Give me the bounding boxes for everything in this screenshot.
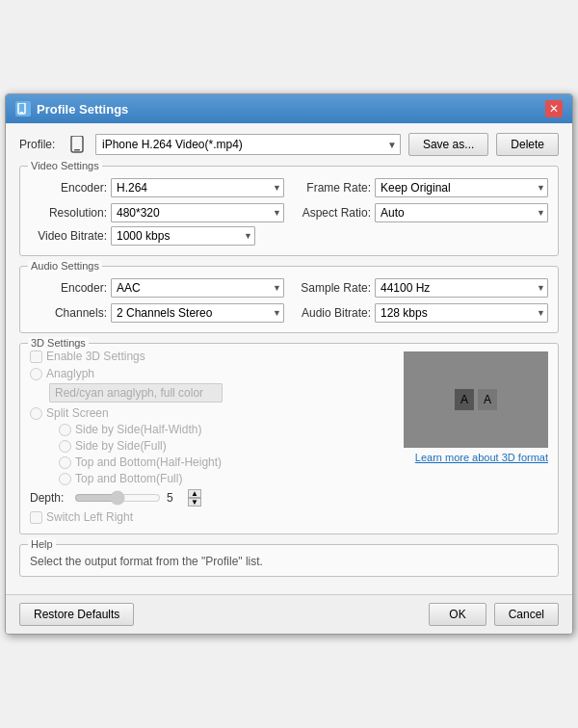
aa-preview: A A xyxy=(404,351,548,448)
top-bottom-half-label: Top and Bottom(Half-Height) xyxy=(75,455,222,469)
delete-button[interactable]: Delete xyxy=(496,133,559,156)
anaglyph-label: Anaglyph xyxy=(46,367,94,380)
channels-label: Channels: xyxy=(30,306,107,320)
svg-rect-3 xyxy=(74,149,80,151)
help-title: Help xyxy=(28,538,56,550)
frame-rate-select-wrap: Keep Original ▼ xyxy=(375,178,548,197)
resolution-select-wrap: 480*320 ▼ xyxy=(111,203,284,222)
channels-select[interactable]: 2 Channels Stereo xyxy=(111,303,284,323)
title-bar: Profile Settings ✕ xyxy=(6,94,572,123)
resolution-row: Resolution: 480*320 ▼ xyxy=(30,203,284,222)
sample-rate-label: Sample Rate: xyxy=(294,281,371,295)
audio-bitrate-row: Audio Bitrate: 128 kbps ▼ xyxy=(294,303,548,323)
profile-label: Profile: xyxy=(19,138,63,151)
top-bottom-half-radio[interactable] xyxy=(59,456,71,469)
audio-encoder-select-wrap: AAC ▼ xyxy=(111,278,284,298)
switch-lr-row: Switch Left Right xyxy=(30,510,394,524)
side-by-side-full-radio[interactable] xyxy=(59,440,71,453)
video-bitrate-row: Video Bitrate: 1000 kbps ▼ xyxy=(30,226,548,246)
side-by-side-full-row: Side by Side(Full) xyxy=(59,439,394,453)
dialog-footer: Restore Defaults OK Cancel xyxy=(6,594,572,634)
enable-3d-label: Enable 3D Settings xyxy=(46,350,145,363)
phone-icon xyxy=(70,136,84,153)
resolution-select[interactable]: 480*320 xyxy=(111,203,284,222)
frame-rate-label: Frame Rate: xyxy=(294,181,371,195)
dialog-body: Profile: iPhone H.264 Video(*.mp4) ▼ Sav… xyxy=(6,123,572,594)
close-button[interactable]: ✕ xyxy=(545,100,563,117)
side-by-side-full-label: Side by Side(Full) xyxy=(75,439,167,453)
d3-preview-panel: A A Learn more about 3D format xyxy=(404,350,548,524)
sample-rate-row: Sample Rate: 44100 Hz ▼ xyxy=(294,278,548,298)
title-bar-left: Profile Settings xyxy=(15,101,128,117)
cancel-button[interactable]: Cancel xyxy=(494,603,559,626)
switch-lr-checkbox[interactable] xyxy=(30,511,42,524)
profile-settings-dialog: Profile Settings ✕ Profile: iPhone H.264… xyxy=(5,93,573,635)
audio-settings-title: Audio Settings xyxy=(28,260,102,272)
resolution-label: Resolution: xyxy=(30,206,107,220)
audio-bitrate-label: Audio Bitrate: xyxy=(294,306,371,320)
depth-slider[interactable] xyxy=(74,490,161,506)
top-bottom-full-row: Top and Bottom(Full) xyxy=(59,472,394,485)
anaglyph-radio[interactable] xyxy=(30,368,42,380)
split-screen-radio[interactable] xyxy=(30,407,42,420)
depth-spinner: ▲ ▼ xyxy=(188,489,201,507)
video-settings-grid: Encoder: H.264 ▼ Frame Rate: Keep Origin… xyxy=(30,178,548,222)
side-by-side-half-row: Side by Side(Half-Width) xyxy=(59,423,394,436)
help-section: Help Select the output format from the "… xyxy=(19,544,559,577)
restore-defaults-button[interactable]: Restore Defaults xyxy=(19,603,134,626)
anaglyph-row: Anaglyph xyxy=(30,367,394,380)
video-bitrate-select[interactable]: 1000 kbps xyxy=(111,226,255,246)
aspect-ratio-row: Aspect Ratio: Auto ▼ xyxy=(294,203,548,222)
anaglyph-dropdown-wrap: Red/cyan anaglyph, full color xyxy=(49,383,223,403)
enable-3d-row: Enable 3D Settings xyxy=(30,350,394,363)
profile-select-wrap: iPhone H.264 Video(*.mp4) ▼ xyxy=(95,134,401,155)
save-as-button[interactable]: Save as... xyxy=(408,133,488,156)
svg-rect-1 xyxy=(20,112,23,114)
aspect-ratio-select[interactable]: Auto xyxy=(375,203,548,222)
frame-rate-row: Frame Rate: Keep Original ▼ xyxy=(294,178,548,197)
switch-lr-label: Switch Left Right xyxy=(46,510,133,524)
top-bottom-full-label: Top and Bottom(Full) xyxy=(75,472,182,485)
channels-select-wrap: 2 Channels Stereo ▼ xyxy=(111,303,284,323)
top-bottom-full-radio[interactable] xyxy=(59,473,71,485)
app-icon xyxy=(15,101,31,117)
video-settings-title: Video Settings xyxy=(28,160,102,171)
d3-content: Enable 3D Settings Anaglyph Red/cyan ana… xyxy=(30,350,548,524)
depth-decrement-button[interactable]: ▼ xyxy=(188,498,201,507)
audio-encoder-select[interactable]: AAC xyxy=(111,278,284,298)
learn-more-link[interactable]: Learn more about 3D format xyxy=(404,452,548,463)
sample-rate-select-wrap: 44100 Hz ▼ xyxy=(375,278,548,298)
profile-select[interactable]: iPhone H.264 Video(*.mp4) xyxy=(95,134,401,155)
audio-bitrate-select[interactable]: 128 kbps xyxy=(375,303,548,323)
enable-3d-checkbox[interactable] xyxy=(30,351,42,363)
side-by-side-half-label: Side by Side(Half-Width) xyxy=(75,423,201,436)
d3-left: Enable 3D Settings Anaglyph Red/cyan ana… xyxy=(30,350,394,524)
d3-settings-section: 3D Settings Enable 3D Settings Anaglyph xyxy=(19,343,559,534)
aspect-ratio-select-wrap: Auto ▼ xyxy=(375,203,548,222)
anaglyph-dropdown: Red/cyan anaglyph, full color xyxy=(49,383,223,403)
audio-encoder-row: Encoder: AAC ▼ xyxy=(30,278,284,298)
profile-row: Profile: iPhone H.264 Video(*.mp4) ▼ Sav… xyxy=(19,133,559,156)
depth-increment-button[interactable]: ▲ xyxy=(188,489,201,498)
frame-rate-select[interactable]: Keep Original xyxy=(375,178,548,197)
depth-row: Depth: 5 ▲ ▼ xyxy=(30,489,394,507)
audio-settings-grid: Encoder: AAC ▼ Sample Rate: 44100 Hz xyxy=(30,278,548,323)
aspect-ratio-label: Aspect Ratio: xyxy=(294,206,371,220)
sample-rate-select[interactable]: 44100 Hz xyxy=(375,278,548,298)
channels-row: Channels: 2 Channels Stereo ▼ xyxy=(30,303,284,323)
ok-button[interactable]: OK xyxy=(429,603,486,626)
depth-value: 5 xyxy=(167,491,182,505)
encoder-select[interactable]: H.264 xyxy=(111,178,284,197)
audio-settings-section: Audio Settings Encoder: AAC ▼ Sample Rat… xyxy=(19,266,559,333)
encoder-label: Encoder: xyxy=(30,181,107,195)
encoder-row: Encoder: H.264 ▼ xyxy=(30,178,284,197)
aa-left: A xyxy=(455,389,474,410)
dialog-title: Profile Settings xyxy=(37,102,128,117)
top-bottom-half-row: Top and Bottom(Half-Height) xyxy=(59,455,394,469)
aa-right: A xyxy=(478,389,497,410)
help-text: Select the output format from the "Profi… xyxy=(30,555,548,568)
video-bitrate-label: Video Bitrate: xyxy=(30,229,107,243)
video-bitrate-select-wrap: 1000 kbps ▼ xyxy=(111,226,255,246)
depth-label: Depth: xyxy=(30,491,68,505)
side-by-side-half-radio[interactable] xyxy=(59,424,71,436)
